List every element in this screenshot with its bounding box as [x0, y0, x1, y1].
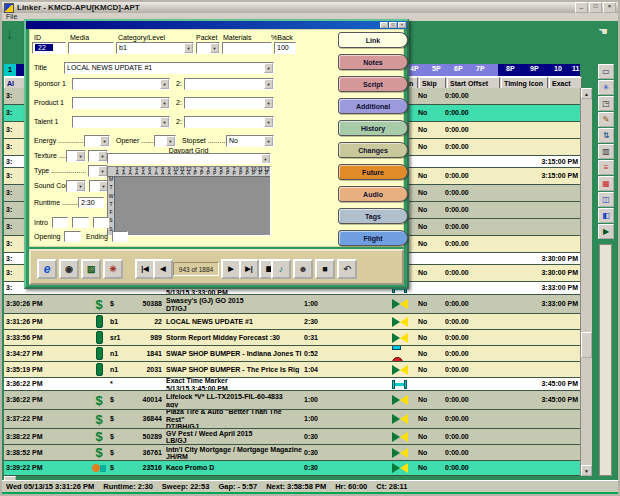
daypart-combo[interactable] — [107, 153, 271, 164]
burst-icon[interactable]: ✳ — [103, 259, 123, 279]
window-icon[interactable]: ▭ — [598, 64, 614, 79]
minimize-button[interactable]: _ — [575, 2, 588, 13]
first-record-button[interactable]: |◀ — [135, 259, 155, 279]
scroll-down-icon[interactable]: ▼ — [581, 465, 592, 476]
talent2-combo[interactable] — [184, 116, 274, 128]
hour-label[interactable]: 4P — [410, 65, 419, 72]
grid-icon[interactable]: ▦ — [598, 176, 614, 191]
category-combo[interactable]: b1 — [116, 42, 194, 54]
hour-label[interactable]: 5P — [432, 65, 441, 72]
packet-combo[interactable] — [196, 42, 220, 54]
columns-icon[interactable]: ◫ — [598, 192, 614, 207]
dialog-close-button[interactable]: × — [398, 22, 406, 28]
chart-icon[interactable]: ▨ — [81, 259, 101, 279]
delete-icon[interactable]: ▥ — [598, 144, 614, 159]
sponsor1-combo[interactable] — [72, 78, 170, 90]
table-row[interactable]: 3:31:26 PMb122LOCAL NEWS UPDATE #12:30No… — [4, 314, 580, 330]
tab-history[interactable]: History — [338, 120, 408, 136]
dialog-minimize-button[interactable]: _ — [380, 22, 388, 28]
talent1-combo[interactable] — [72, 116, 170, 128]
media-field[interactable] — [68, 42, 114, 54]
last-record-button[interactable]: ▶| — [239, 259, 259, 279]
energy-combo[interactable] — [84, 135, 110, 147]
texture1-combo[interactable] — [66, 150, 86, 162]
new-item-icon[interactable]: ✳ — [598, 80, 614, 95]
hour-label[interactable]: 11 — [572, 65, 579, 72]
opener-combo[interactable] — [154, 135, 176, 147]
sound-codes1-combo[interactable] — [66, 180, 86, 192]
tab-tags[interactable]: Tags — [338, 208, 408, 224]
id-field[interactable]: 22 — [32, 42, 66, 54]
next-record-button[interactable]: ▶ — [221, 259, 241, 279]
play-icon[interactable]: ▶ — [598, 224, 614, 239]
table-row[interactable]: 3:35:19 PMn12031SWAP SHOP BUMPER - The P… — [4, 362, 580, 378]
prev-record-button[interactable]: ◀ — [153, 259, 173, 279]
ending-field[interactable] — [112, 231, 128, 242]
intro-field-3[interactable] — [93, 217, 109, 228]
table-row[interactable]: 3:36:22 PM$40014Lifelock *V* LL-TX2015-F… — [4, 391, 580, 410]
tab-link[interactable]: Link — [338, 32, 408, 48]
row-skip: No — [418, 206, 442, 214]
tab-script[interactable]: Script — [338, 76, 408, 92]
menu-file[interactable]: File — [6, 13, 17, 20]
hour-label[interactable]: 7P — [476, 65, 485, 72]
product1-combo[interactable] — [72, 97, 170, 109]
table-row[interactable]: 3:37:22 PM$36844Plaza Tire & Auto "Bette… — [4, 410, 580, 429]
table-row[interactable]: 3:36:22 PM*Exact Time Marker 5/13/15 3:4… — [4, 378, 580, 391]
row-duration: 1:00 — [304, 396, 332, 404]
tab-changes[interactable]: Changes — [338, 142, 408, 158]
stripes-icon[interactable]: ≡ — [598, 160, 614, 175]
table-row[interactable]: 3:33:56 PMsr1989Storm Report Midday Fore… — [4, 330, 580, 346]
type-combo[interactable] — [88, 165, 108, 177]
table-row[interactable]: 3:34:27 PMn11841SWAP SHOP BUMPER - India… — [4, 346, 580, 362]
product2-combo[interactable] — [184, 97, 274, 109]
browser-icon[interactable]: e — [37, 259, 57, 279]
maximize-button[interactable]: □ — [589, 2, 602, 13]
edit-icon[interactable]: ✎ — [598, 112, 614, 127]
materials-field[interactable] — [222, 42, 272, 54]
tab-future[interactable]: Future — [338, 164, 408, 180]
undo-button[interactable]: ↶ — [337, 259, 357, 279]
daypart-grid[interactable]: 1A2A3A4A5A6A7A8A9A10A11A12A1P2P3P4P5P6P7… — [107, 166, 271, 236]
hour-label[interactable]: 8P — [506, 65, 515, 72]
runtime-field[interactable]: 2:30 — [78, 197, 104, 208]
side-scrollbar[interactable] — [599, 244, 612, 476]
table-row[interactable]: 3:38:22 PM$50289GV Pest / Weed April 201… — [4, 429, 580, 445]
hour-label[interactable]: 9P — [530, 65, 539, 72]
table-vscrollbar[interactable]: ▲ ▼ — [580, 88, 592, 476]
back-field[interactable]: 100 — [274, 42, 296, 54]
close-button[interactable]: × — [603, 2, 616, 13]
dialog-maximize-button[interactable]: □ — [389, 22, 397, 28]
tab-notes[interactable]: Notes — [338, 54, 408, 70]
table-row[interactable]: 3:38:52 PM$36761Intn'l City Mortgage / M… — [4, 445, 580, 461]
table-row[interactable]: 3:30:26 PM$50388Swasey's (GJ) GO 2015 DT… — [4, 295, 580, 314]
hour-label[interactable]: 10 — [554, 65, 562, 72]
tab-audio[interactable]: Audio — [338, 186, 408, 202]
tab-flight[interactable]: Flight — [338, 230, 408, 246]
sound-codes2-combo[interactable] — [89, 180, 109, 192]
scroll-up-icon[interactable]: ▲ — [581, 88, 592, 99]
copy-icon[interactable]: ◳ — [598, 96, 614, 111]
daypart-grid-cells[interactable] — [115, 177, 270, 235]
tab-additional[interactable]: Additional — [338, 98, 408, 114]
audio-button[interactable]: ♪ — [271, 259, 291, 279]
disc-icon[interactable]: ◉ — [59, 259, 79, 279]
texture2-combo[interactable] — [88, 150, 108, 162]
title-combo[interactable]: LOCAL NEWS UPDATE #1 — [64, 62, 274, 74]
intro-field-1[interactable] — [52, 217, 68, 228]
split-icon[interactable]: ◧ — [598, 208, 614, 223]
row-offset: 0:00.00 — [445, 223, 493, 231]
opening-field[interactable] — [64, 231, 81, 242]
vscroll-thumb[interactable] — [581, 332, 592, 358]
intro-field-2[interactable] — [72, 217, 89, 228]
table-row[interactable]: 3:39:22 PM$23516Kaco Promo D0:30No0:00.0… — [4, 461, 580, 476]
people-button[interactable]: ☻ — [293, 259, 313, 279]
hour-chip[interactable]: 1 — [4, 64, 16, 76]
hour-label[interactable]: 6P — [454, 65, 463, 72]
stopset-combo[interactable]: No — [226, 135, 274, 147]
move-icon[interactable]: ⇅ — [598, 128, 614, 143]
row-number: 22 — [126, 318, 162, 326]
sponsor2-combo[interactable] — [184, 78, 274, 90]
save-button[interactable]: ■ — [315, 259, 335, 279]
row-exact: 3:45:00 PM — [502, 380, 579, 388]
